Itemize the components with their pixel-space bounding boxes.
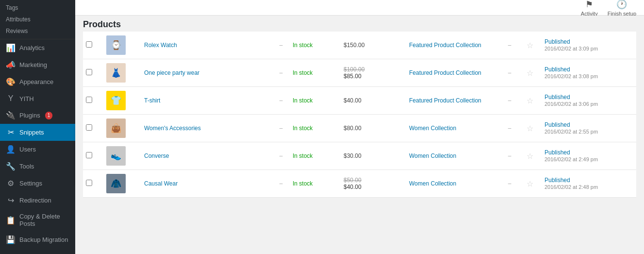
stock-status: In stock [293, 97, 313, 104]
price-sale: $40.00 [344, 184, 403, 190]
sidebar-items: 📊Analytics📣Marketing🎨AppearanceYYITH🔌Plu… [0, 39, 75, 248]
sidebar-item-backup-migration[interactable]: 💾Backup Migration [0, 231, 75, 248]
stock-status: In stock [293, 69, 313, 76]
users-icon: 👤 [6, 145, 16, 154]
dash2-cell: – [501, 170, 518, 198]
category-link[interactable]: Women Collection [409, 180, 456, 187]
product-name-link[interactable]: Causal Wear [144, 180, 178, 187]
published-cell: Published 2016/02/02 at 2:49 pm [542, 142, 636, 170]
table-row: ⌚ Rolex Watch – In stock $150.00 Feature… [83, 32, 636, 59]
table-row: 🧥 Causal Wear – In stock $50.00 $40.00 W… [83, 170, 636, 198]
sidebar-item-appearance[interactable]: 🎨Appearance [0, 73, 75, 90]
row-checkbox[interactable] [86, 69, 92, 75]
publish-status: Published [545, 94, 570, 101]
sidebar-link-reviews[interactable]: Reviews [0, 25, 75, 37]
sidebar-link-attributes[interactable]: Attributes [0, 14, 75, 25]
product-name-link[interactable]: Converse [144, 152, 169, 159]
table-row: 👕 T-shirt – In stock $40.00 Featured Pro… [83, 87, 636, 115]
appearance-icon: 🎨 [6, 77, 16, 86]
star-icon[interactable]: ☆ [527, 152, 533, 160]
sidebar-item-yith[interactable]: YYITH [0, 90, 75, 107]
category-link[interactable]: Featured Product Collection [409, 97, 481, 104]
stock-status: In stock [293, 152, 313, 159]
row-checkbox[interactable] [86, 124, 92, 131]
sidebar-label-copy-delete-posts: Copy & Delete Posts [19, 213, 69, 227]
sidebar-label-backup-migration: Backup Migration [19, 236, 68, 243]
star-cell: ☆ [518, 32, 542, 59]
sidebar-label-analytics: Analytics [19, 44, 45, 51]
category-link[interactable]: Featured Product Collection [409, 69, 481, 76]
main-area: ⚑ Activity 🕐 Finish setup Products ⌚ Rol… [75, 0, 644, 254]
dash1-cell: – [272, 59, 290, 87]
category-cell: Featured Product Collection [406, 87, 501, 115]
row-checkbox-cell [83, 87, 103, 115]
sidebar-item-plugins[interactable]: 🔌Plugins1 [0, 107, 75, 124]
row-checkbox[interactable] [86, 152, 92, 158]
marketing-icon: 📣 [6, 60, 16, 69]
category-cell: Featured Product Collection [406, 59, 501, 87]
row-checkbox-cell [83, 170, 103, 198]
star-icon[interactable]: ☆ [527, 41, 533, 50]
publish-status: Published [545, 149, 570, 156]
price-regular: $50.00 [344, 177, 403, 184]
stock-cell: In stock [290, 115, 341, 142]
product-thumb-cell: ⌚ [103, 32, 141, 59]
publish-date: 2016/02/02 at 3:08 pm [545, 73, 598, 79]
price-cell: $30.00 [341, 142, 406, 170]
dash1-cell: – [272, 142, 290, 170]
sidebar-label-yith: YITH [19, 95, 34, 102]
publish-status: Published [545, 38, 570, 45]
product-name-link[interactable]: One piece party wear [144, 69, 199, 76]
row-checkbox[interactable] [86, 97, 92, 103]
sidebar-item-users[interactable]: 👤Users [0, 141, 75, 158]
sidebar-item-marketing[interactable]: 📣Marketing [0, 56, 75, 73]
sidebar-label-marketing: Marketing [19, 61, 47, 68]
star-cell: ☆ [518, 170, 542, 198]
publish-date: 2016/02/02 at 3:06 pm [545, 101, 598, 107]
product-name-link[interactable]: T-shirt [144, 97, 160, 104]
finish-setup-button[interactable]: 🕐 Finish setup [608, 0, 636, 17]
activate-hint [83, 198, 636, 202]
sidebar-item-analytics[interactable]: 📊Analytics [0, 39, 75, 56]
dash1-cell: – [272, 32, 290, 59]
sidebar-item-settings[interactable]: ⚙Settings [0, 175, 75, 192]
sidebar-label-snippets: Snippets [19, 129, 44, 136]
row-checkbox-cell [83, 59, 103, 87]
publish-status: Published [545, 121, 570, 128]
products-area: ⌚ Rolex Watch – In stock $150.00 Feature… [75, 32, 644, 254]
product-name-link[interactable]: Rolex Watch [144, 42, 177, 49]
price-sale: $30.00 [344, 152, 362, 159]
sidebar-label-appearance: Appearance [19, 78, 53, 85]
product-name-link[interactable]: Women's Accessories [144, 125, 201, 132]
category-link[interactable]: Featured Product Collection [409, 42, 481, 49]
table-row: 👜 Women's Accessories – In stock $80.00 … [83, 115, 636, 142]
price-cell: $50.00 $40.00 [341, 170, 406, 198]
star-icon[interactable]: ☆ [527, 124, 533, 133]
sidebar-link-tags[interactable]: Tags [0, 2, 75, 14]
star-icon[interactable]: ☆ [527, 97, 533, 105]
sidebar-label-plugins: Plugins [19, 112, 40, 119]
product-thumb-cell: 👗 [103, 59, 141, 87]
sidebar-item-tools[interactable]: 🔧Tools [0, 158, 75, 175]
star-icon[interactable]: ☆ [527, 69, 533, 77]
publish-status: Published [545, 66, 570, 73]
publish-status: Published [545, 177, 570, 184]
dash2-cell: – [501, 87, 518, 115]
row-checkbox[interactable] [86, 180, 92, 186]
star-icon[interactable]: ☆ [527, 180, 533, 188]
category-link[interactable]: Women Collection [409, 125, 456, 132]
publish-date: 2016/02/02 at 2:49 pm [545, 156, 598, 162]
category-link[interactable]: Women Collection [409, 152, 456, 159]
stock-cell: In stock [290, 59, 341, 87]
sidebar-label-tools: Tools [19, 163, 34, 170]
sidebar-item-redirection[interactable]: ↪Redirection [0, 192, 75, 209]
row-checkbox[interactable] [86, 41, 92, 48]
activity-button[interactable]: ⚑ Activity [581, 0, 598, 17]
dash1-cell: – [272, 115, 290, 142]
sidebar-item-copy-delete-posts[interactable]: 📋Copy & Delete Posts [0, 209, 75, 231]
price-sale: $150.00 [344, 42, 364, 49]
product-name-cell: Rolex Watch [141, 32, 272, 59]
category-cell: Women Collection [406, 115, 501, 142]
sidebar-item-snippets[interactable]: ✂SnippetsAll SnippetsAdd NewImportSettin… [0, 124, 75, 141]
price-regular: $100.00 [344, 66, 403, 73]
